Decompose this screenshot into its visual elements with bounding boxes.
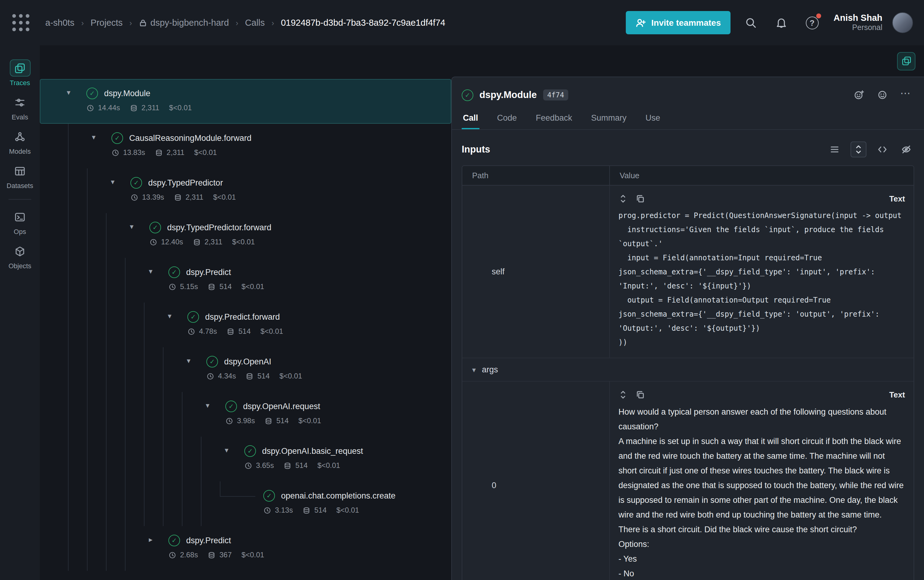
chevron-down-icon[interactable]: ▾ (201, 392, 214, 437)
cost-value: $<0.01 (194, 148, 217, 157)
trace-row-openai-request[interactable]: ▾ ✓dspy.OpenAI.request 3.98s 514 $<0.01 (40, 392, 451, 437)
clock-icon (86, 104, 94, 112)
search-button[interactable] (740, 12, 761, 33)
duration-value: 14.44s (98, 104, 120, 112)
expand-rows-button[interactable] (850, 142, 866, 157)
chevron-down-icon[interactable]: ▾ (163, 303, 176, 347)
list-view-button[interactable] (827, 142, 843, 157)
panel-layout-toggle-button[interactable] (897, 52, 916, 70)
breadcrumb-calls[interactable]: Calls (245, 18, 265, 28)
page-toolbar (40, 45, 924, 77)
add-user-icon (635, 18, 646, 28)
chevron-down-icon[interactable]: ▾ (144, 258, 157, 303)
trace-row-predict-1[interactable]: ▾ ✓dspy.Predict 5.15s 514 $<0.01 (40, 258, 451, 303)
tab-code[interactable]: Code (496, 109, 518, 129)
success-status-icon: ✓ (112, 132, 123, 143)
tokens-icon (227, 327, 235, 335)
clock-icon (263, 506, 271, 514)
chevron-down-icon[interactable]: ▾ (125, 213, 138, 258)
tokens-icon (155, 148, 163, 157)
sidebar-item-datasets[interactable]: Datasets (0, 159, 40, 194)
unfold-icon[interactable] (618, 194, 628, 203)
format-selector[interactable]: Text (889, 194, 905, 203)
tokens-icon (193, 238, 201, 246)
trace-row-openai[interactable]: ▾ ✓dspy.OpenAI 4.34s 514 $<0.01 (40, 347, 451, 392)
trace-row-dspy-module[interactable]: ▾ ✓dspy.Module 14.44s 2,311 $<0.01 (40, 79, 451, 124)
input-value-text[interactable]: How would a typical person answer each o… (618, 405, 905, 580)
app-grid-icon[interactable] (12, 14, 30, 31)
format-selector[interactable]: Text (889, 390, 905, 399)
chevron-down-icon[interactable]: ▾ (106, 168, 119, 213)
sidebar-item-evals[interactable]: Evals (0, 91, 40, 125)
tokens-icon (265, 417, 273, 425)
hide-button[interactable] (898, 142, 914, 157)
user-workspace: Personal (834, 23, 882, 33)
trace-row-chat-completions-create[interactable]: ▾ ✓openai.chat.completions.create 3.13s … (40, 481, 451, 526)
tokens-icon (208, 283, 216, 291)
trace-row-predict-2[interactable]: ▸ ✓dspy.Predict 2.68s 367 $<0.01 (40, 526, 451, 571)
feedback-button[interactable] (874, 86, 891, 104)
breadcrumb-project[interactable]: dspy-bigbench-hard (139, 18, 229, 28)
cost-value: $<0.01 (299, 417, 321, 425)
tab-feedback[interactable]: Feedback (534, 109, 574, 129)
chevron-down-icon[interactable]: ▾ (220, 437, 233, 481)
column-header-path: Path (462, 166, 609, 185)
chevron-right-icon[interactable]: ▸ (144, 526, 157, 571)
breadcrumb-separator-icon: › (271, 18, 274, 27)
success-status-icon: ✓ (168, 266, 180, 278)
add-reaction-button[interactable] (850, 86, 868, 104)
code-view-button[interactable] (875, 142, 890, 157)
trace-tree: ▾ ✓dspy.Module 14.44s 2,311 $<0.01 (40, 77, 451, 580)
column-header-value: Value (609, 166, 914, 185)
top-header: a-sh0ts › Projects › dspy-bigbench-hard … (0, 0, 924, 45)
cost-value: $<0.01 (213, 193, 236, 201)
breadcrumb-projects[interactable]: Projects (90, 18, 123, 28)
layout-toggle-icon (901, 56, 911, 66)
call-id-badge[interactable]: 4f74 (543, 89, 568, 101)
chevron-down-icon[interactable]: ▾ (182, 347, 195, 392)
tab-call[interactable]: Call (462, 109, 480, 129)
input-value-code[interactable]: prog.predictor = Predict(QuestionAnswerS… (618, 209, 905, 350)
tab-summary[interactable]: Summary (590, 109, 628, 129)
success-status-icon: ✓ (168, 534, 180, 546)
sidebar-item-ops[interactable]: Ops (0, 205, 40, 239)
lock-icon (139, 19, 147, 26)
overflow-menu-button[interactable]: ⋯ (897, 86, 914, 104)
help-button[interactable]: ? (802, 12, 822, 33)
tokens-icon (284, 461, 292, 470)
copy-icon[interactable] (636, 390, 645, 399)
trace-row-openai-basic-request[interactable]: ▾ ✓dspy.OpenAI.basic_request 3.65s 514 $… (40, 437, 451, 481)
tokens-icon (174, 193, 182, 201)
success-status-icon: ✓ (150, 221, 161, 233)
notification-dot (816, 13, 821, 18)
chevron-down-icon[interactable]: ▾ (87, 124, 100, 168)
unfold-icon[interactable] (618, 390, 628, 399)
args-section-toggle[interactable]: ▾ args (462, 358, 914, 382)
sidebar-item-models[interactable]: Models (0, 125, 40, 159)
cost-value: $<0.01 (280, 372, 302, 381)
invite-teammates-button[interactable]: Invite teammates (625, 11, 730, 34)
input-path: self (462, 186, 609, 358)
copy-icon[interactable] (636, 194, 645, 203)
objects-icon (14, 245, 26, 257)
trace-row-predict-forward[interactable]: ▾ ✓dspy.Predict.forward 4.78s 514 $<0.01 (40, 303, 451, 347)
call-title: dspy.Module (480, 89, 537, 101)
sidebar-item-objects[interactable]: Objects (0, 239, 40, 274)
tokens-icon (130, 104, 138, 112)
user-block[interactable]: Anish Shah Personal (834, 12, 882, 33)
breadcrumb-separator-icon: › (236, 18, 238, 27)
trace-row-typedpredictor[interactable]: ▾ ✓dspy.TypedPredictor 13.39s 2,311 $<0.… (40, 168, 451, 213)
user-avatar[interactable] (892, 12, 913, 33)
clock-icon (150, 238, 157, 246)
chevron-down-icon[interactable]: ▾ (62, 79, 75, 124)
breadcrumb-team[interactable]: a-sh0ts (45, 18, 74, 28)
notifications-button[interactable] (771, 12, 792, 33)
expand-rows-icon (853, 145, 863, 154)
trace-row-typedpredictor-forward[interactable]: ▾ ✓dspy.TypedPredictor.forward 12.40s 2,… (40, 213, 451, 258)
user-name: Anish Shah (834, 12, 882, 23)
clock-icon (168, 283, 176, 291)
trace-row-causal-forward[interactable]: ▾ ✓CausalReasoningModule.forward 13.83s … (40, 124, 451, 168)
sidebar-item-traces[interactable]: Traces (0, 56, 40, 91)
tab-use[interactable]: Use (644, 109, 661, 129)
breadcrumb-call-id[interactable]: 0192487b-d3bd-7ba3-8a92-7c9ae1df4f74 (281, 18, 445, 28)
